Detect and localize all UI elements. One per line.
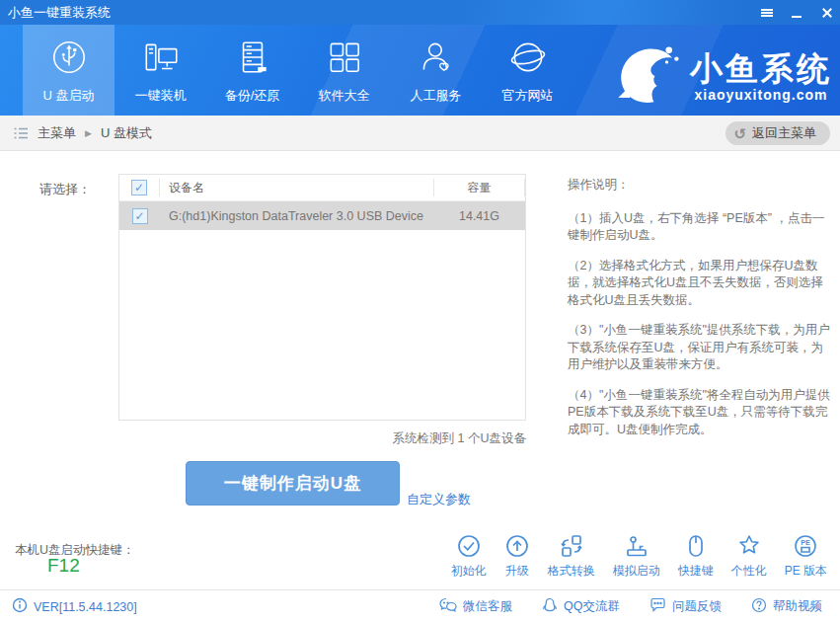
select-all-checkbox[interactable] [131, 180, 147, 195]
menu-icon[interactable] [759, 5, 775, 21]
instruction-step: （4）"小鱼一键重装系统"将全程自动为用户提供PE版本下载及系统下载至U盘，只需… [568, 387, 832, 439]
nav-label: U 盘启动 [43, 87, 95, 105]
minimize-button[interactable] [789, 5, 804, 21]
nav-item-usb-boot[interactable]: U 盘启动 [23, 25, 115, 116]
wechat-support-link[interactable]: 微信客服 [439, 597, 512, 617]
back-to-main-menu-button[interactable]: ↺ 返回主菜单 [725, 121, 830, 145]
device-name: G:(hd1)Kingston DataTraveler 3.0 USB Dev… [160, 209, 433, 223]
brand-logo: 小鱼系统 xiaoyuxitong.com [615, 40, 832, 114]
tool-format-convert[interactable]: 格式转换 [548, 533, 595, 580]
help-video-link[interactable]: 帮助视频 [751, 597, 822, 617]
main-nav: U 盘启动 一键装机 备份/还原 [0, 25, 840, 116]
arrow-up-circle-icon [504, 533, 530, 559]
pe-version-icon: PE [793, 533, 818, 559]
feedback-link[interactable]: 问题反馈 [649, 597, 722, 617]
fish-logo-icon [615, 40, 684, 114]
tool-hotkey[interactable]: 快捷键 [678, 533, 714, 580]
tool-simulate-boot[interactable]: 模拟启动 [613, 533, 660, 580]
window-controls [759, 0, 834, 25]
computer-icon [140, 37, 182, 78]
nav-item-backup-restore[interactable]: 备份/还原 [206, 25, 298, 116]
nav-label: 软件大全 [319, 87, 370, 105]
qq-icon [542, 597, 558, 617]
nav-label: 官方网站 [502, 87, 554, 105]
grid-icon [324, 37, 365, 78]
back-arrow-icon: ↺ [733, 126, 746, 141]
status-bar: VER[11.5.44.1230] 微信客服 QQ交流群 [0, 589, 840, 623]
instructions-title: 操作说明： [568, 177, 832, 195]
table-header: 设备名 容量 [119, 175, 525, 201]
convert-icon [559, 533, 584, 559]
nav-label: 一键装机 [135, 87, 187, 105]
device-table: 设备名 容量 G:(hd1)Kingston DataTraveler 3.0 … [118, 174, 526, 421]
instructions-panel: 操作说明： （1）插入U盘，右下角选择 “PE版本” ，点击一键制作启动U盘。 … [568, 177, 832, 451]
qq-group-link[interactable]: QQ交流群 [542, 597, 620, 617]
title-bar: 小鱼一键重装系统 [0, 0, 840, 25]
close-button[interactable] [818, 5, 834, 21]
tools-row: 初始化 升级 格式转换 模拟启动 [451, 533, 827, 580]
nav-item-one-key-install[interactable]: 一键装机 [115, 25, 206, 116]
table-row[interactable]: G:(hd1)Kingston DataTraveler 3.0 USB Dev… [119, 201, 525, 230]
chevron-right-icon: ▶ [85, 128, 92, 138]
column-header-device: 设备名 [160, 180, 433, 196]
check-circle-icon [456, 533, 482, 559]
breadcrumb-root[interactable]: 主菜单 [38, 124, 76, 142]
version-info: VER[11.5.44.1230] [12, 597, 137, 616]
instruction-step: （1）插入U盘，右下角选择 “PE版本” ，点击一键制作启动U盘。 [568, 210, 832, 245]
window-title: 小鱼一键重装系统 [8, 4, 111, 22]
globe-icon [507, 37, 549, 78]
tool-pe-version[interactable]: PE PE 版本 [785, 533, 827, 580]
row-checkbox[interactable] [132, 208, 148, 224]
brand-name: 小鱼系统 [690, 51, 832, 87]
list-icon [13, 125, 29, 141]
wechat-icon [439, 597, 457, 616]
column-header-capacity: 容量 [433, 179, 525, 196]
nav-item-software[interactable]: 软件大全 [298, 25, 390, 116]
make-usb-button[interactable]: 一键制作启动U盘 [186, 461, 400, 506]
server-icon [232, 37, 273, 78]
brand-url: xiaoyuxitong.com [690, 87, 832, 103]
breadcrumb-current: U 盘模式 [101, 124, 152, 142]
svg-text:PE: PE [802, 539, 811, 546]
nav-label: 人工服务 [411, 87, 462, 105]
speech-bubble-icon [649, 597, 666, 616]
question-circle-icon [751, 597, 767, 616]
nav-item-support[interactable]: 人工服务 [390, 25, 482, 116]
usb-icon [48, 37, 90, 78]
select-prompt-label: 请选择： [39, 181, 91, 198]
info-icon [12, 597, 28, 616]
person-icon [416, 37, 457, 78]
tool-initialize[interactable]: 初始化 [451, 533, 487, 580]
tool-upgrade[interactable]: 升级 [504, 533, 530, 580]
mouse-icon [683, 533, 709, 559]
nav-item-website[interactable]: 官方网站 [482, 25, 573, 116]
star-icon [736, 533, 762, 559]
device-capacity: 14.41G [433, 209, 525, 223]
tool-personalize[interactable]: 个性化 [731, 533, 767, 580]
breadcrumb: 主菜单 ▶ U 盘模式 ↺ 返回主菜单 [0, 116, 840, 151]
nav-label: 备份/还原 [225, 87, 280, 105]
joystick-icon [624, 533, 649, 559]
custom-params-link[interactable]: 自定义参数 [407, 491, 471, 508]
detection-status-text: 系统检测到 1 个U盘设备 [118, 430, 526, 447]
instruction-step: （2）选择格式化方式，如果用户想保存U盘数据，就选择格式化U盘且不丢失数据，否则… [568, 258, 832, 310]
instruction-step: （3）"小鱼一键重装系统"提供系统下载，为用户下载系统保存至U盘，保证用户有系统… [568, 322, 832, 374]
hotkey-value: F12 [47, 555, 80, 577]
